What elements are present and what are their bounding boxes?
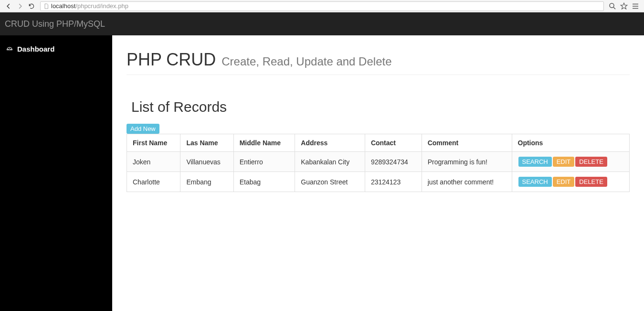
browser-chrome: localhost/phpcrud/index.php: [0, 0, 644, 12]
menu-icon[interactable]: [631, 2, 640, 11]
address-bar[interactable]: localhost/phpcrud/index.php: [40, 1, 604, 11]
search-button[interactable]: SEARCH: [518, 177, 552, 187]
page-icon: [43, 3, 49, 9]
forward-icon[interactable]: [15, 1, 25, 11]
search-button[interactable]: SEARCH: [518, 157, 552, 167]
cell-last: Villanuevas: [180, 152, 233, 172]
back-icon[interactable]: [4, 1, 13, 11]
cell-middle: Etabag: [233, 172, 295, 192]
sidebar-item-label: Dashboard: [17, 45, 54, 53]
cell-first: Joken: [127, 152, 180, 172]
col-address: Address: [295, 134, 365, 152]
cell-comment: Programming is fun!: [422, 152, 512, 172]
cell-options: SEARCHEDITDELETE: [512, 152, 629, 172]
cell-last: Embang: [180, 172, 233, 192]
add-new-button[interactable]: Add New: [127, 124, 159, 134]
section-title: List of Records: [131, 99, 630, 115]
cell-contact: 9289324734: [365, 152, 422, 172]
col-first-name: First Name: [127, 134, 180, 152]
sidebar-item-dashboard[interactable]: Dashboard: [0, 40, 112, 58]
col-contact: Contact: [365, 134, 422, 152]
svg-point-0: [610, 3, 614, 8]
zoom-icon[interactable]: [608, 2, 617, 11]
dashboard-icon: [6, 45, 13, 53]
cell-first: Charlotte: [127, 172, 180, 192]
cell-address: Kabankalan City: [295, 152, 365, 172]
url-text: localhost/phpcrud/index.php: [51, 2, 128, 10]
cell-comment: just another comment!: [422, 172, 512, 192]
page-subtitle: Create, Read, Update and Delete: [222, 55, 391, 68]
cell-contact: 23124123: [365, 172, 422, 192]
edit-button[interactable]: EDIT: [553, 157, 575, 167]
records-table: First Name Las Name Middle Name Address …: [127, 134, 630, 192]
page-title: PHP CRUD: [127, 50, 216, 69]
reload-icon[interactable]: [27, 1, 36, 11]
edit-button[interactable]: EDIT: [553, 177, 575, 187]
col-last-name: Las Name: [180, 134, 233, 152]
col-comment: Comment: [422, 134, 512, 152]
delete-button[interactable]: DELETE: [575, 177, 607, 187]
cell-address: Guanzon Street: [295, 172, 365, 192]
app-title: CRUD Using PHP/MySQL: [5, 19, 105, 29]
cell-options: SEARCHEDITDELETE: [512, 172, 629, 192]
star-icon[interactable]: [620, 2, 628, 11]
table-row: CharlotteEmbangEtabagGuanzon Street23124…: [127, 172, 630, 192]
cell-middle: Entierro: [233, 152, 295, 172]
delete-button[interactable]: DELETE: [575, 157, 607, 167]
col-middle-name: Middle Name: [233, 134, 295, 152]
page-header: PHP CRUD Create, Read, Update and Delete: [127, 50, 630, 75]
app-header: CRUD Using PHP/MySQL: [0, 12, 644, 35]
main-content: PHP CRUD Create, Read, Update and Delete…: [112, 35, 644, 311]
col-options: Options: [512, 134, 629, 152]
sidebar: Dashboard: [0, 35, 112, 311]
table-row: JokenVillanuevasEntierroKabankalan City9…: [127, 152, 630, 172]
